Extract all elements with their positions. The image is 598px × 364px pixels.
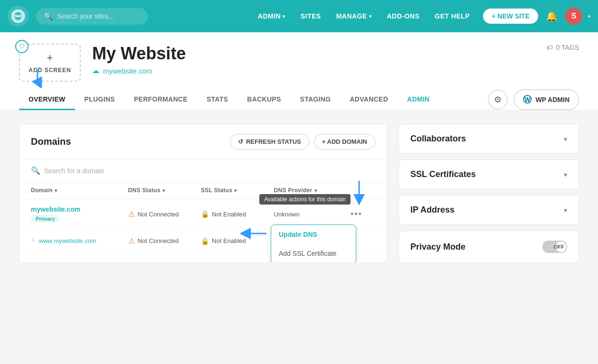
col-domain[interactable]: Domain ▾ bbox=[31, 187, 128, 194]
ip-address-header[interactable]: IP Address ▾ bbox=[399, 196, 579, 224]
tab-stats[interactable]: STATS bbox=[197, 90, 237, 110]
shield-badge: 🛡 bbox=[15, 40, 28, 53]
manage-chevron-icon: ▾ bbox=[369, 14, 372, 19]
site-header: 🛡 + ADD SCREEN My Website ☁ mywebsite.co… bbox=[0, 32, 598, 111]
site-url[interactable]: ☁ mywebsite.com bbox=[92, 66, 535, 75]
ssl-sort-icon: ▾ bbox=[234, 188, 237, 193]
nav-links: ADMIN ▾ SITES MANAGE ▾ ADD-ONS GET HELP … bbox=[252, 8, 590, 25]
privacy-title: Privacy Mode bbox=[410, 242, 465, 252]
tab-plugins[interactable]: PLUGINS bbox=[75, 90, 124, 110]
warning-icon: ⚠ bbox=[128, 210, 135, 219]
tab-advanced[interactable]: ADVANCED bbox=[340, 90, 398, 110]
domain-search[interactable]: 🔍 bbox=[19, 159, 387, 182]
right-panel: Collaborators ▾ SSL Certificates ▾ IP Ad… bbox=[399, 124, 579, 263]
tooltip: Available actions for this domain bbox=[259, 194, 351, 205]
search-input[interactable] bbox=[57, 12, 140, 20]
lock-icon-2: 🔒 bbox=[201, 237, 209, 245]
ip-chevron-icon: ▾ bbox=[564, 206, 567, 214]
tag-icon: 🏷 bbox=[546, 44, 553, 51]
settings-button[interactable]: ⚙ bbox=[488, 90, 508, 110]
lock-icon: 🔒 bbox=[201, 210, 209, 218]
table-row: mywebsite.com Primary ⚠ Not Connected 🔒 … bbox=[19, 199, 387, 230]
ip-address-title: IP Address bbox=[410, 205, 455, 215]
privacy-toggle[interactable]: OFF bbox=[542, 241, 567, 253]
col-dns-provider: DNS Provider ▾ bbox=[274, 187, 347, 194]
main-content: Domains ↺ REFRESH STATUS + ADD DOMAIN 🔍 … bbox=[0, 111, 598, 276]
collaborators-chevron-icon: ▾ bbox=[564, 135, 567, 143]
logo[interactable] bbox=[8, 6, 28, 27]
col-dns-status[interactable]: DNS Status ▾ bbox=[128, 187, 201, 194]
domains-header: Domains ↺ REFRESH STATUS + ADD DOMAIN bbox=[19, 124, 387, 159]
tags-label: 0 TAGS bbox=[556, 44, 579, 51]
new-site-button[interactable]: + NEW SITE bbox=[483, 9, 538, 24]
add-ssl-button[interactable]: Add SSL Certificate bbox=[271, 244, 356, 263]
privacy-header: Privacy Mode OFF bbox=[399, 231, 579, 262]
overview-arrow-icon bbox=[28, 65, 51, 88]
domains-actions: ↺ REFRESH STATUS + ADD DOMAIN bbox=[230, 134, 375, 149]
nav-gethelp[interactable]: GET HELP bbox=[429, 9, 475, 24]
update-dns-button[interactable]: Update DNS bbox=[271, 225, 356, 244]
menu-arrow-icon bbox=[351, 179, 368, 205]
domain-sort-icon: ▾ bbox=[55, 188, 57, 193]
collaborators-header[interactable]: Collaborators ▾ bbox=[399, 124, 579, 153]
avatar-chevron-icon[interactable]: ▾ bbox=[588, 14, 590, 19]
ssl-chevron-icon: ▾ bbox=[564, 171, 567, 178]
tab-backups[interactable]: BACKUPS bbox=[237, 90, 290, 110]
site-info: My Website ☁ mywebsite.com bbox=[92, 44, 535, 75]
search-domain-icon: 🔍 bbox=[31, 166, 40, 175]
cloud-icon: ☁ bbox=[92, 66, 99, 75]
col-ssl-status[interactable]: SSL Status ▾ bbox=[201, 187, 274, 194]
ip-address-card: IP Address ▾ bbox=[399, 195, 579, 225]
admin-chevron-icon: ▾ bbox=[283, 14, 285, 19]
row2-domain-cell: └ www.mywebsite.com bbox=[31, 237, 128, 244]
wp-admin-button[interactable]: Ⓦ WP ADMIN bbox=[513, 89, 579, 110]
add-domain-button[interactable]: + ADD DOMAIN bbox=[314, 134, 375, 149]
toggle-label: OFF bbox=[554, 244, 564, 250]
row2-dns-status: ⚠ Not Connected bbox=[128, 236, 201, 245]
avatar[interactable]: S bbox=[565, 8, 582, 25]
dns-sort-icon: ▾ bbox=[162, 188, 165, 193]
row1-domain-name[interactable]: mywebsite.com bbox=[31, 205, 128, 213]
tab-staging[interactable]: STAGING bbox=[291, 90, 341, 110]
nav-sites[interactable]: SITES bbox=[295, 9, 327, 24]
tab-performance[interactable]: PERFORMANCE bbox=[124, 90, 197, 110]
domain-search-input[interactable] bbox=[44, 167, 375, 175]
tags-area[interactable]: 🏷 0 TAGS bbox=[546, 44, 579, 51]
row1-primary-badge: Primary bbox=[31, 215, 60, 223]
ssl-title: SSL Certificates bbox=[410, 169, 476, 179]
notifications-icon[interactable]: 🔔 bbox=[546, 10, 558, 22]
warning-icon-2: ⚠ bbox=[128, 236, 135, 245]
provider-sort-icon: ▾ bbox=[314, 188, 317, 193]
tabs-bar: OVERVIEW PLUGINS PERFORMANCE STATS BACKU… bbox=[19, 89, 579, 110]
domains-panel: Domains ↺ REFRESH STATUS + ADD DOMAIN 🔍 … bbox=[19, 124, 387, 263]
privacy-card: Privacy Mode OFF bbox=[399, 231, 579, 263]
row1-domain-cell: mywebsite.com Primary bbox=[31, 205, 128, 223]
domains-title: Domains bbox=[31, 136, 71, 147]
row1-dns-provider: Unknown bbox=[274, 211, 347, 218]
tab-actions: ⚙ Ⓦ WP ADMIN bbox=[488, 89, 579, 110]
wordpress-icon: Ⓦ bbox=[523, 94, 532, 105]
row1-more-button[interactable]: ••• bbox=[347, 207, 366, 221]
tab-admin[interactable]: ADMIN bbox=[398, 90, 439, 110]
nav-addons[interactable]: ADD-ONS bbox=[381, 9, 425, 24]
top-navigation: 🔍 ADMIN ▾ SITES MANAGE ▾ ADD-ONS GET HEL… bbox=[0, 0, 598, 32]
row1-dns-status: ⚠ Not Connected bbox=[128, 210, 201, 219]
nav-admin[interactable]: ADMIN ▾ bbox=[252, 9, 291, 24]
row1-actions: ••• Available actions for this domain Up… bbox=[347, 207, 375, 221]
search-bar[interactable]: 🔍 bbox=[36, 8, 148, 25]
refresh-status-button[interactable]: ↺ REFRESH STATUS bbox=[230, 134, 309, 149]
refresh-icon: ↺ bbox=[238, 138, 243, 145]
collaborators-title: Collaborators bbox=[410, 134, 466, 144]
action-dropdown: Update DNS Add SSL Certificate bbox=[271, 224, 356, 263]
ssl-card: SSL Certificates ▾ bbox=[399, 159, 579, 189]
plus-icon: + bbox=[47, 52, 53, 64]
nav-manage[interactable]: MANAGE ▾ bbox=[331, 9, 378, 24]
search-icon: 🔍 bbox=[44, 12, 53, 21]
row2-ssl-status: 🔒 Not Enabled bbox=[201, 237, 274, 245]
row2-domain-name[interactable]: └ www.mywebsite.com bbox=[31, 237, 128, 244]
tab-overview[interactable]: OVERVIEW bbox=[19, 90, 75, 110]
site-title: My Website bbox=[92, 44, 535, 64]
row1-ssl-status: 🔒 Not Enabled bbox=[201, 210, 274, 218]
ssl-header[interactable]: SSL Certificates ▾ bbox=[399, 160, 579, 189]
collaborators-card: Collaborators ▾ bbox=[399, 124, 579, 154]
